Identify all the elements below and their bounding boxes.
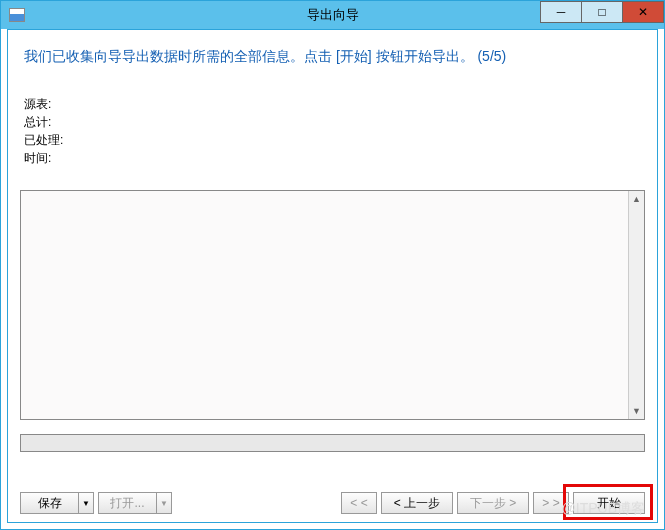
progress-bar (20, 434, 645, 452)
time-label: 时间: (24, 150, 645, 167)
close-button[interactable]: ✕ (622, 1, 664, 23)
next-button[interactable]: 下一步 > (457, 492, 529, 514)
open-button[interactable]: 打开... (98, 492, 156, 514)
log-textarea[interactable]: ▲ ▼ (20, 190, 645, 420)
maximize-button[interactable]: □ (581, 1, 623, 23)
last-button[interactable]: > > (533, 492, 569, 514)
content-area: 我们已收集向导导出数据时所需的全部信息。点击 [开始] 按钮开始导出。 (5/5… (7, 29, 658, 523)
app-icon (9, 8, 25, 22)
save-button[interactable]: 保存 (20, 492, 78, 514)
titlebar[interactable]: 导出向导 ─ □ ✕ (1, 1, 664, 29)
minimize-button[interactable]: ─ (540, 1, 582, 23)
save-dropdown-button[interactable]: ▼ (78, 492, 94, 514)
total-label: 总计: (24, 114, 645, 131)
instruction-text: 我们已收集向导导出数据时所需的全部信息。点击 [开始] 按钮开始导出。 (5/5… (24, 48, 645, 66)
save-split-button: 保存 ▼ (20, 492, 94, 514)
start-button[interactable]: 开始 (573, 492, 645, 514)
open-dropdown-button[interactable]: ▼ (156, 492, 172, 514)
export-wizard-window: 导出向导 ─ □ ✕ 我们已收集向导导出数据时所需的全部信息。点击 [开始] 按… (0, 0, 665, 530)
first-button[interactable]: < < (341, 492, 377, 514)
scrollbar[interactable]: ▲ ▼ (628, 191, 644, 419)
source-table-label: 源表: (24, 96, 645, 113)
window-controls: ─ □ ✕ (541, 1, 664, 23)
scroll-down-icon[interactable]: ▼ (629, 403, 644, 419)
prev-button[interactable]: < 上一步 (381, 492, 453, 514)
processed-label: 已处理: (24, 132, 645, 149)
window-title: 导出向导 (307, 6, 359, 24)
open-split-button: 打开... ▼ (98, 492, 172, 514)
scroll-up-icon[interactable]: ▲ (629, 191, 644, 207)
button-bar: 保存 ▼ 打开... ▼ < < < 上一步 下一步 > > > 开始 (20, 492, 645, 514)
